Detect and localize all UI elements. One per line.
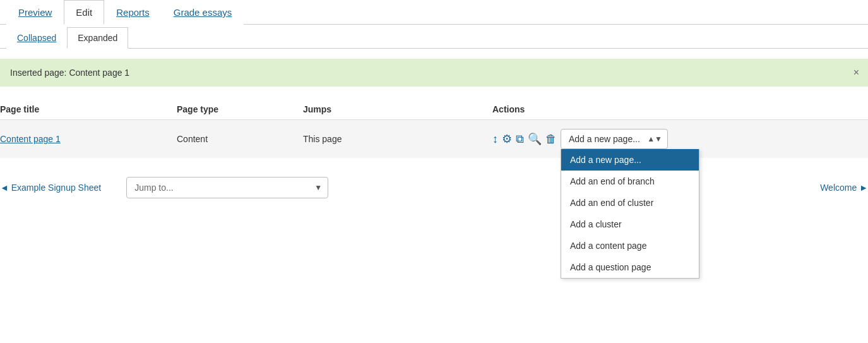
tab-reports[interactable]: Reports [104,0,162,25]
notification-bar: Inserted page: Content page 1 × [0,59,868,87]
tab-edit[interactable]: Edit [64,0,104,25]
add-page-dropdown-label: Add a new page... [569,134,640,144]
tab-collapsed[interactable]: Collapsed [6,27,67,49]
prev-page-link[interactable]: ◄ Example Signup Sheet [0,183,101,193]
add-page-dropdown-wrapper: Add a new page... ▲▼ Add a new page... A… [561,129,668,149]
dropdown-option-cluster[interactable]: Add a cluster [561,214,699,235]
actions-cell: ↕ ⚙ ⧉ 🔍 🗑 Add a new page... ▲▼ Add a new… [492,129,868,149]
add-page-dropdown-trigger[interactable]: Add a new page... ▲▼ [561,129,668,149]
dropdown-option-content-page[interactable]: Add a content page [561,235,699,256]
tab-preview[interactable]: Preview [6,0,64,25]
copy-icon[interactable]: ⧉ [516,133,524,146]
dropdown-option-end-cluster[interactable]: Add an end of cluster [561,192,699,214]
next-page-link[interactable]: Welcome ► [820,183,868,193]
add-page-dropdown-menu: Add a new page... Add an end of branch A… [561,149,699,279]
dropdown-option-end-branch[interactable]: Add an end of branch [561,171,699,192]
content-page-link[interactable]: Content page 1 [0,134,61,144]
dropdown-option-new-page[interactable]: Add a new page... [561,149,699,171]
table-row: Content page 1 Content This page ↕ ⚙ ⧉ 🔍… [0,120,868,158]
col-header-title: Page title [0,104,177,114]
jump-to-select[interactable]: Jump to... [126,177,328,198]
top-tab-bar: Preview Edit Reports Grade essays [0,0,868,25]
delete-icon[interactable]: 🗑 [545,133,557,146]
table-header-row: Page title Page type Jumps Actions [0,99,868,120]
bottom-navigation: ◄ Example Signup Sheet Jump to... ▼ Welc… [0,164,868,211]
tab-grade-essays[interactable]: Grade essays [162,0,244,25]
col-header-type: Page type [177,104,303,114]
col-header-actions: Actions [492,104,868,114]
zoom-icon[interactable]: 🔍 [528,132,542,146]
notification-close-button[interactable]: × [853,67,859,78]
settings-icon[interactable]: ⚙ [502,132,512,146]
dropdown-chevron-icon: ▲▼ [647,135,662,143]
move-icon[interactable]: ↕ [492,133,498,146]
lesson-table: Page title Page type Jumps Actions Conte… [0,99,868,158]
col-header-jumps: Jumps [303,104,492,114]
tab-expanded[interactable]: Expanded [67,27,128,49]
notification-message: Inserted page: Content page 1 [10,68,129,78]
page-title-cell: Content page 1 [0,134,177,144]
page-type-cell: Content [177,134,303,144]
dropdown-option-question-page[interactable]: Add a question page [561,256,699,278]
jump-to-wrapper: Jump to... ▼ [126,177,328,198]
jumps-cell: This page [303,134,492,144]
sub-tab-bar: Collapsed Expanded [0,27,868,49]
